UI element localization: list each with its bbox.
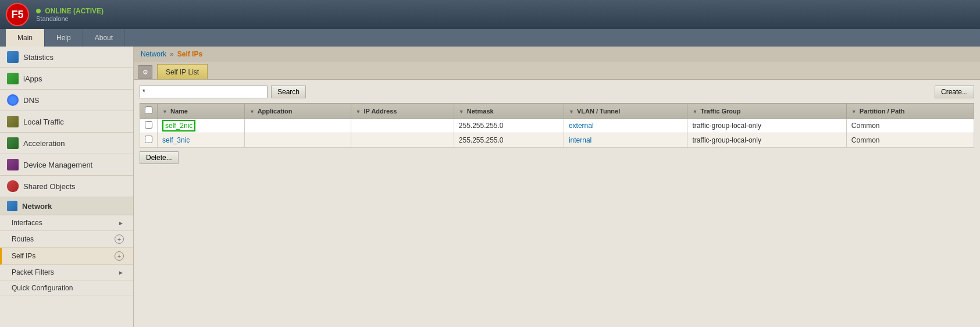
stats-icon	[7, 51, 19, 63]
f5-logo: F5	[6, 3, 29, 26]
table-row: self_3nic 255.255.255.0 internal traffic…	[140, 133, 974, 148]
sidebar-item-device-management[interactable]: Device Management	[0, 154, 133, 176]
breadcrumb-separator: »	[170, 50, 174, 58]
name-sort-icon: ▼	[162, 109, 168, 115]
sidebar-label-shared-objects: Shared Objects	[23, 182, 76, 191]
sidebar-item-routes[interactable]: Routes +	[0, 231, 133, 248]
packet-filters-arrow-icon: ►	[118, 269, 124, 276]
self-ip-list-tab[interactable]: Self IP List	[157, 64, 208, 79]
header-netmask[interactable]: ▼ Netmask	[454, 104, 564, 119]
sidebar-item-self-ips[interactable]: Self IPs +	[0, 248, 133, 265]
row1-vlan-cell: external	[564, 119, 687, 133]
search-button[interactable]: Search	[271, 86, 306, 98]
table-header-row: ▼ Name ▼ Application ▼ IP Address ▼	[140, 104, 974, 119]
network-section-label: Network	[22, 202, 52, 211]
breadcrumb-network[interactable]: Network	[141, 50, 166, 58]
row1-checkbox-cell	[140, 119, 158, 133]
sidebar-item-interfaces[interactable]: Interfaces ►	[0, 215, 133, 231]
header-ip-address[interactable]: ▼ IP Address	[351, 104, 454, 119]
row2-checkbox[interactable]	[145, 136, 152, 143]
interfaces-label: Interfaces	[12, 219, 42, 227]
search-left: Search	[140, 86, 306, 98]
acceleration-icon	[7, 137, 19, 149]
sidebar-label-acceleration: Acceleration	[23, 139, 65, 148]
sidebar-label-device-management: Device Management	[23, 161, 92, 169]
tab-about[interactable]: About	[83, 29, 125, 47]
header-checkbox-cell	[140, 104, 158, 119]
breadcrumb-current: Self IPs	[177, 50, 202, 58]
top-header: F5 ONLINE (ACTIVE) Standalone	[0, 0, 980, 29]
row2-name-cell: self_3nic	[158, 133, 245, 148]
row1-name-link[interactable]: self_2nic	[162, 120, 195, 131]
sidebar-item-shared-objects[interactable]: Shared Objects	[0, 176, 133, 197]
sidebar-label-statistics: Statistics	[23, 53, 54, 62]
sidebar-label-dns: DNS	[23, 96, 39, 105]
row2-checkbox-cell	[140, 133, 158, 148]
self-ips-label: Self IPs	[12, 252, 35, 260]
sidebar: Statistics iApps DNS Local Traffic Accel…	[0, 47, 134, 327]
vlan-sort-icon: ▼	[569, 109, 574, 115]
partition-sort-icon: ▼	[851, 109, 857, 115]
table-area: Search Create... ▼ Name	[134, 80, 980, 170]
row2-traffic-group-cell: traffic-group-local-only	[687, 133, 846, 148]
row2-netmask-cell: 255.255.255.0	[454, 133, 564, 148]
nav-tabs: Main Help About	[0, 29, 980, 47]
row1-checkbox[interactable]	[145, 121, 152, 129]
sidebar-item-packet-filters[interactable]: Packet Filters ►	[0, 265, 133, 280]
create-button[interactable]: Create...	[935, 86, 974, 98]
main-layout: Statistics iApps DNS Local Traffic Accel…	[0, 47, 980, 327]
row1-traffic-group-cell: traffic-group-local-only	[687, 119, 846, 133]
header-traffic-group[interactable]: ▼ Traffic Group	[687, 104, 846, 119]
status-online: ONLINE (ACTIVE)	[36, 7, 104, 15]
row2-partition-cell: Common	[846, 133, 974, 148]
routes-add-icon[interactable]: +	[115, 234, 124, 244]
select-all-checkbox[interactable]	[145, 106, 152, 114]
packet-filters-label: Packet Filters	[12, 268, 54, 276]
row2-vlan-cell: internal	[564, 133, 687, 148]
iapps-icon	[7, 73, 19, 84]
breadcrumb: Network » Self IPs	[134, 47, 980, 62]
row2-vlan-link[interactable]: internal	[569, 136, 591, 144]
self-ips-add-icon[interactable]: +	[115, 251, 124, 261]
tab-strip: ⚙ Self IP List	[134, 62, 980, 80]
ip-sort-icon: ▼	[356, 109, 361, 115]
dns-icon	[7, 94, 19, 106]
routes-label: Routes	[12, 235, 34, 243]
traffic-sort-icon: ▼	[692, 109, 697, 115]
row1-vlan-link[interactable]: external	[569, 122, 594, 130]
sidebar-item-acceleration[interactable]: Acceleration	[0, 133, 133, 154]
local-traffic-icon	[7, 116, 19, 127]
row1-application-cell	[245, 119, 351, 133]
status-standalone: Standalone	[36, 15, 104, 22]
header-partition-path[interactable]: ▼ Partition / Path	[846, 104, 974, 119]
search-input[interactable]	[140, 86, 268, 98]
sidebar-item-iapps[interactable]: iApps	[0, 68, 133, 90]
sidebar-section-network[interactable]: Network	[0, 197, 133, 215]
delete-button[interactable]: Delete...	[140, 151, 179, 164]
tab-main[interactable]: Main	[6, 29, 45, 47]
gear-button[interactable]: ⚙	[138, 65, 152, 79]
header-name[interactable]: ▼ Name	[158, 104, 245, 119]
search-bar: Search Create...	[140, 86, 974, 98]
row2-application-cell	[245, 133, 351, 148]
shared-objects-icon	[7, 180, 19, 192]
sidebar-label-local-traffic: Local Traffic	[23, 118, 64, 126]
quick-config-label: Quick Configuration	[12, 284, 73, 292]
row1-name-cell: self_2nic	[158, 119, 245, 133]
netmask-sort-icon: ▼	[459, 109, 464, 115]
header-application[interactable]: ▼ Application	[245, 104, 351, 119]
sidebar-item-dns[interactable]: DNS	[0, 90, 133, 111]
status-dot	[36, 9, 41, 13]
content-area: Network » Self IPs ⚙ Self IP List Search…	[134, 47, 980, 327]
sidebar-item-statistics[interactable]: Statistics	[0, 47, 133, 68]
header-vlan-tunnel[interactable]: ▼ VLAN / Tunnel	[564, 104, 687, 119]
network-section-icon	[7, 201, 17, 211]
device-management-icon	[7, 159, 19, 170]
tab-help[interactable]: Help	[45, 29, 83, 47]
row2-name-link[interactable]: self_3nic	[162, 136, 190, 144]
table-row: self_2nic 255.255.255.0 external traffic…	[140, 119, 974, 133]
application-sort-icon: ▼	[250, 109, 255, 115]
data-table: ▼ Name ▼ Application ▼ IP Address ▼	[140, 103, 974, 148]
sidebar-item-quick-config[interactable]: Quick Configuration	[0, 280, 133, 296]
sidebar-item-local-traffic[interactable]: Local Traffic	[0, 111, 133, 133]
